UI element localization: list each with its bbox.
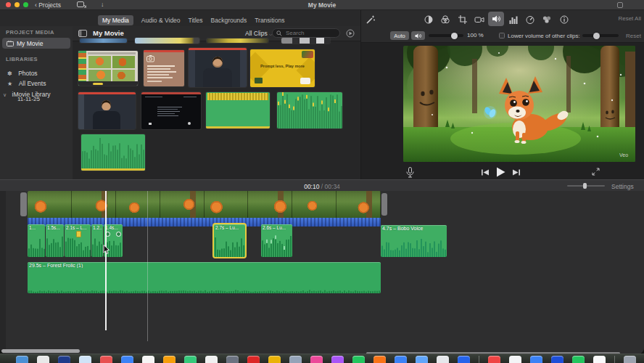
dock-icon[interactable] <box>352 356 365 363</box>
dock-icon[interactable] <box>509 356 521 363</box>
video-viewer[interactable]: Veo <box>403 46 635 162</box>
tab-backgrounds[interactable]: Backgrounds <box>211 17 247 24</box>
dock-icon[interactable] <box>184 356 197 363</box>
clip-marker[interactable] <box>76 231 81 237</box>
dock-icon[interactable] <box>121 356 133 363</box>
audio-clip[interactable]: 1.2... <box>91 224 103 257</box>
dock-icon[interactable] <box>79 356 91 363</box>
media-thumb-yellow-slide[interactable]: Prompt less, Play more <box>250 49 315 87</box>
window-corner-icon[interactable] <box>617 2 623 8</box>
lower-volume-checkbox[interactable] <box>499 33 505 38</box>
dock-icon[interactable] <box>373 356 386 363</box>
timeline-zoom-knob[interactable] <box>583 183 587 189</box>
timeline-settings-button[interactable]: Settings <box>611 183 634 190</box>
dock-icon[interactable] <box>530 356 542 363</box>
media-thumb-screen-recording[interactable] <box>141 92 201 129</box>
audio-waveform <box>28 235 45 257</box>
tab-my-media[interactable]: My Media <box>98 15 133 25</box>
dock-icon[interactable] <box>226 356 239 363</box>
dock-icon[interactable] <box>268 356 281 363</box>
dock-icon[interactable] <box>331 356 344 363</box>
dock-icon[interactable] <box>624 356 636 363</box>
media-thumb-partial[interactable] <box>281 38 330 44</box>
dock-icon[interactable] <box>593 356 606 363</box>
ducking-slider-knob[interactable] <box>593 33 600 39</box>
dock-icon[interactable] <box>416 356 428 363</box>
media-thumb-partial[interactable] <box>135 38 199 44</box>
reset-button[interactable]: Reset <box>626 33 641 39</box>
reset-all-button[interactable]: Reset All <box>618 15 641 22</box>
audio-clip-bobo-voice[interactable]: 4.7s – Bobo Voice <box>381 225 447 257</box>
volume-slider-knob[interactable] <box>451 33 458 39</box>
media-thumb-partial[interactable] <box>80 38 127 43</box>
volume-tool-selected[interactable] <box>488 12 504 26</box>
clip-trim-handle-right[interactable] <box>381 193 387 216</box>
crop-icon[interactable] <box>458 15 468 25</box>
fullscreen-icon[interactable] <box>592 168 600 176</box>
audio-clip[interactable]: 1.5s... <box>46 224 64 257</box>
mute-button[interactable] <box>411 31 425 40</box>
effects-icon[interactable] <box>542 15 552 25</box>
audio-clip[interactable]: 1... <box>28 224 45 257</box>
thumb-detail <box>255 78 263 83</box>
stabilization-icon[interactable] <box>474 15 484 25</box>
dock-icon[interactable] <box>289 356 302 363</box>
search-field[interactable] <box>272 28 340 38</box>
media-thumb-webcam-man[interactable] <box>189 48 247 87</box>
playhead[interactable] <box>105 191 107 330</box>
dock-icon[interactable] <box>163 356 176 363</box>
media-thumb-audio-clip[interactable] <box>206 92 270 129</box>
play-button[interactable] <box>496 167 505 177</box>
media-thumb-audio-clip[interactable] <box>81 134 145 171</box>
dock-icon[interactable] <box>488 356 500 363</box>
dock-icon[interactable] <box>310 356 323 363</box>
audio-clip[interactable]: 2.1s – L... <box>65 224 91 257</box>
dock-icon[interactable] <box>458 356 470 363</box>
audio-waveform <box>91 235 103 257</box>
volume-slider[interactable] <box>429 34 463 37</box>
dock-icon[interactable] <box>100 356 112 363</box>
ducking-slider[interactable] <box>582 34 619 37</box>
audio-clip[interactable]: 2.6s – Lu... <box>261 224 292 257</box>
tab-titles[interactable]: Titles <box>189 17 203 24</box>
audio-clip-selected[interactable]: 2.7s – Lu... <box>214 224 245 257</box>
dock-icon[interactable] <box>142 356 154 363</box>
clip-filter-dropdown[interactable]: All Clips ⌵ <box>245 30 273 37</box>
dock-icon[interactable] <box>572 356 585 363</box>
tab-audio-video[interactable]: Audio & Video <box>141 17 181 24</box>
sidebar-toggle-icon[interactable] <box>78 30 87 37</box>
speed-icon[interactable] <box>525 15 535 25</box>
dock-icon[interactable] <box>247 356 260 363</box>
sidebar-item-my-movie[interactable]: My Movie <box>2 38 70 49</box>
noise-reduction-icon[interactable] <box>508 15 519 25</box>
next-frame-button[interactable] <box>513 169 520 176</box>
tab-transitions[interactable]: Transitions <box>255 17 284 24</box>
sidebar-item-event-date[interactable]: 11-11-25 <box>17 96 40 102</box>
timeline-horizontal-scrollbar[interactable] <box>1 349 80 353</box>
info-icon[interactable] <box>559 15 569 25</box>
voiceover-mic-icon[interactable] <box>406 167 414 178</box>
dock-icon[interactable] <box>205 356 218 363</box>
color-balance-icon[interactable] <box>424 15 434 25</box>
enhance-wand-icon[interactable] <box>366 15 376 25</box>
color-correction-icon[interactable] <box>440 15 450 25</box>
media-thumb-partial[interactable] <box>207 38 268 43</box>
video-clip-filmstrip[interactable] <box>28 191 381 218</box>
continuous-playback-icon[interactable] <box>346 29 355 38</box>
media-thumb-screenshot-grid[interactable] <box>78 51 138 86</box>
dock-icon[interactable] <box>437 356 449 363</box>
auto-volume-button[interactable]: Auto <box>390 31 409 40</box>
dock-icon[interactable] <box>395 356 407 363</box>
media-thumb-webcam-man-2[interactable] <box>78 92 136 129</box>
dock-icon[interactable] <box>551 356 564 363</box>
clip-trim-handle-left[interactable] <box>20 192 27 216</box>
fade-handle[interactable] <box>116 232 121 237</box>
dock-icon[interactable] <box>58 356 70 363</box>
media-thumb-audio-clip[interactable] <box>277 92 342 129</box>
music-clip-forest-frolic[interactable]: 29.5s – Forest Frolic (1) <box>28 262 381 293</box>
dock-icon[interactable] <box>16 356 28 363</box>
previous-frame-button[interactable] <box>482 169 489 176</box>
search-input[interactable] <box>284 29 334 37</box>
dock-icon[interactable] <box>37 356 49 363</box>
media-thumb-document[interactable] <box>144 50 184 86</box>
